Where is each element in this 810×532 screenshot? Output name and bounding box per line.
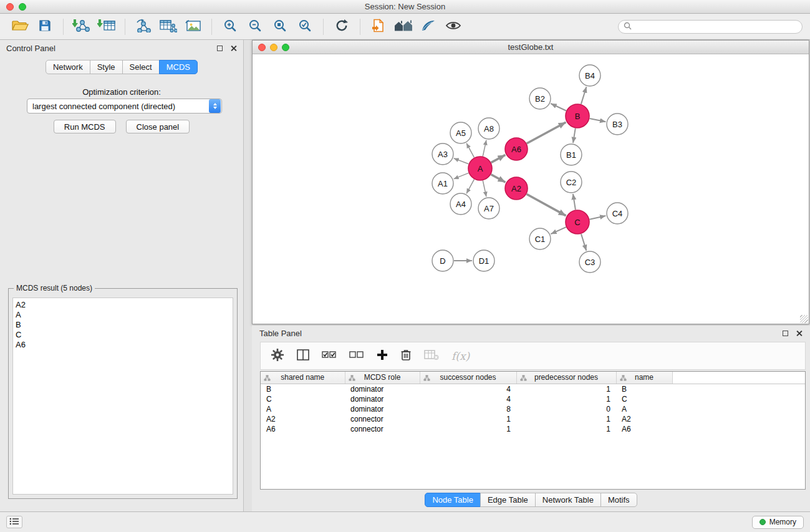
table-cell[interactable]: dominator — [345, 394, 420, 404]
table-row[interactable]: Cdominator41C — [261, 394, 805, 404]
table-cell[interactable]: 8 — [420, 404, 516, 414]
mcds-result-list[interactable]: A2ABCA6 — [12, 297, 233, 495]
graph-edge-B-B4[interactable] — [581, 87, 587, 104]
table-cell[interactable]: 1 — [516, 394, 616, 404]
function-builder-button[interactable]: f(x) — [451, 350, 470, 362]
memory-button[interactable]: Memory — [752, 516, 804, 529]
save-session-button[interactable] — [34, 16, 55, 37]
table-cell[interactable]: 4 — [420, 384, 516, 394]
network-close-button[interactable] — [258, 44, 266, 51]
table-cell[interactable]: 1 — [516, 424, 616, 434]
column-header-mcds-role[interactable]: MCDS role — [345, 372, 420, 384]
table-row[interactable]: A6connector11A6 — [261, 424, 805, 434]
new-network-button[interactable] — [133, 16, 154, 37]
new-network-table-button[interactable] — [158, 16, 179, 37]
graph-edge-A-A7[interactable] — [483, 181, 486, 197]
table-cell[interactable]: dominator — [345, 404, 420, 414]
table-row[interactable]: Adominator80A — [261, 404, 805, 414]
show-hide-button[interactable] — [443, 16, 464, 37]
first-neighbors-button[interactable] — [368, 16, 389, 37]
table-cell[interactable]: 1 — [420, 414, 516, 424]
column-selector-button[interactable] — [297, 349, 309, 363]
refresh-button[interactable] — [331, 16, 352, 37]
table-cell[interactable]: A6 — [616, 424, 672, 434]
apply-style-button[interactable] — [418, 16, 439, 37]
open-session-button[interactable] — [9, 16, 31, 37]
select-all-button[interactable] — [322, 350, 337, 362]
criterion-dropdown[interactable]: largest connected component (directed) — [27, 99, 222, 114]
table-cell[interactable]: 0 — [516, 404, 616, 414]
table-cell[interactable]: connector — [345, 414, 420, 424]
mcds-result-item[interactable]: A6 — [16, 340, 230, 350]
graph-edge-C-C2[interactable] — [573, 194, 576, 210]
import-network-button[interactable] — [71, 16, 92, 37]
table-cell[interactable]: 1 — [516, 384, 616, 394]
table-cell[interactable]: 4 — [420, 394, 516, 404]
table-row[interactable]: Bdominator41B — [261, 384, 805, 394]
table-cell[interactable]: B — [261, 384, 345, 394]
add-row-button[interactable] — [377, 349, 388, 363]
close-panel-button[interactable]: Close panel — [126, 120, 190, 133]
tab-edge-table[interactable]: Edge Table — [480, 493, 536, 507]
graph-edge-A6-B[interactable] — [527, 122, 566, 143]
table-cell[interactable]: connector — [345, 424, 420, 434]
graph-edge-B-B3[interactable] — [590, 118, 606, 122]
tab-style[interactable]: Style — [90, 60, 123, 74]
mcds-result-item[interactable]: C — [16, 330, 230, 340]
delete-table-button[interactable] — [424, 349, 439, 363]
column-header-predecessor-nodes[interactable]: predecessor nodes — [516, 372, 616, 384]
graph-edge-A-A2[interactable] — [491, 175, 506, 183]
graph-edge-A-A8[interactable] — [483, 140, 486, 157]
run-mcds-button[interactable]: Run MCDS — [54, 120, 116, 133]
float-panel-icon[interactable] — [783, 331, 788, 336]
close-panel-icon[interactable] — [230, 45, 237, 52]
clear-selection-button[interactable] — [349, 350, 364, 362]
table-cell[interactable]: C — [616, 394, 672, 404]
close-window-button[interactable] — [6, 3, 14, 11]
graph-edge-A-A4[interactable] — [466, 180, 474, 194]
mcds-result-item[interactable]: A — [16, 310, 230, 320]
mcds-result-item[interactable]: B — [16, 320, 230, 330]
table-cell[interactable]: A — [261, 404, 345, 414]
tab-select[interactable]: Select — [122, 60, 160, 74]
graph-edge-B-B1[interactable] — [573, 128, 576, 143]
graph-edge-A-A1[interactable] — [454, 173, 469, 179]
fullscreen-window-button[interactable] — [19, 3, 26, 11]
table-cell[interactable]: 1 — [516, 414, 616, 424]
tab-mcds[interactable]: MCDS — [159, 60, 198, 74]
home-button[interactable] — [393, 16, 414, 37]
graph-edge-C-C4[interactable] — [590, 216, 606, 220]
column-header-successor-nodes[interactable]: successor nodes — [420, 372, 516, 384]
search-input[interactable] — [635, 22, 797, 31]
graph-edge-A-A3[interactable] — [454, 158, 469, 164]
window-resize-grip[interactable] — [800, 315, 808, 323]
table-cell[interactable]: C — [261, 394, 345, 404]
float-panel-icon[interactable] — [217, 46, 223, 51]
table-settings-button[interactable] — [271, 348, 284, 364]
tab-network-table[interactable]: Network Table — [535, 493, 601, 507]
column-header-shared-name[interactable]: shared name — [261, 372, 345, 384]
column-header-name[interactable]: name — [616, 372, 672, 384]
graph-edge-B-B2[interactable] — [551, 104, 566, 111]
task-history-button[interactable] — [6, 516, 22, 528]
close-panel-icon[interactable] — [796, 330, 803, 337]
tab-motifs[interactable]: Motifs — [600, 493, 637, 507]
graph-edge-C-C1[interactable] — [551, 227, 566, 234]
table-cell[interactable]: A2 — [616, 414, 672, 424]
table-cell[interactable]: A6 — [261, 424, 345, 434]
graph-edge-A2-C[interactable] — [527, 194, 566, 216]
table-cell[interactable]: dominator — [345, 384, 420, 394]
tab-network[interactable]: Network — [46, 60, 90, 74]
mcds-result-item[interactable]: A2 — [16, 300, 230, 310]
graph-edge-A-A5[interactable] — [466, 143, 474, 158]
tab-node-table[interactable]: Node Table — [425, 493, 481, 507]
table-row[interactable]: A2connector11A2 — [261, 414, 805, 424]
delete-row-button[interactable] — [400, 349, 412, 364]
network-maximize-button[interactable] — [282, 44, 289, 51]
network-minimize-button[interactable] — [270, 44, 277, 51]
network-canvas[interactable]: B4B2BB3A5A8A6A3AB1A1A2C2A4A7C4CC1DD1C3 — [253, 54, 808, 324]
table-cell[interactable]: A — [616, 404, 672, 414]
table-cell[interactable]: B — [616, 384, 672, 394]
graph-edge-A-A6[interactable] — [491, 155, 506, 162]
import-table-button[interactable] — [96, 16, 117, 37]
